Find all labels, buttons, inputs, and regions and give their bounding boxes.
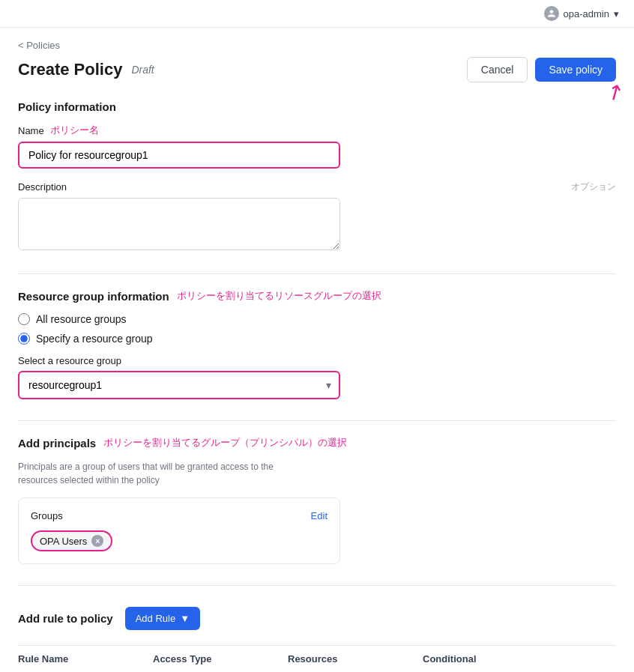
radio-specify-input[interactable]	[18, 333, 30, 345]
add-principals-title: Add principals ポリシーを割り当てるグループ（プリンシパル）の選択	[18, 436, 616, 449]
policy-info-section: Policy information Name ポリシー名 Descriptio…	[18, 100, 616, 252]
radio-specify-label: Specify a resource group	[36, 333, 153, 345]
add-rule-label: Add Rule	[136, 613, 175, 624]
divider-2	[18, 420, 616, 421]
save-policy-button[interactable]: Save policy	[535, 58, 616, 82]
add-rule-section: Add rule to policy Add Rule ▼ Rule Name …	[18, 601, 616, 672]
divider-3	[18, 585, 616, 586]
description-form-group: Description オプション	[18, 181, 616, 252]
resource-group-title: Resource group information ポリシーを割り当てるリソー…	[18, 289, 616, 303]
radio-all-label: All resource groups	[36, 313, 127, 325]
groups-edit-link[interactable]: Edit	[311, 510, 327, 521]
resource-group-section: Resource group information ポリシーを割り当てるリソー…	[18, 289, 616, 399]
groups-header: Groups Edit	[31, 510, 327, 521]
add-rule-dropdown-icon: ▼	[180, 613, 190, 624]
add-principals-section: Add principals ポリシーを割り当てるグループ（プリンシパル）の選択…	[18, 436, 616, 564]
groups-box: Groups Edit OPA Users ×	[18, 497, 340, 564]
user-avatar-icon	[544, 6, 559, 21]
page-title: Create Policy	[18, 60, 122, 79]
cancel-button[interactable]: Cancel	[467, 57, 528, 82]
name-form-group: Name ポリシー名	[18, 124, 616, 169]
tag-label: OPA Users	[40, 536, 87, 547]
user-name-label: opa-admin	[564, 8, 609, 19]
name-label: Name ポリシー名	[18, 124, 616, 137]
page-header: Create Policy Draft Cancel Save policy ↗	[18, 57, 616, 82]
tag-container: OPA Users ×	[31, 530, 327, 551]
col-rule-name: Rule Name	[18, 653, 153, 665]
name-annotation: ポリシー名	[50, 124, 99, 137]
resource-group-radio-group: All resource groups Specify a resource g…	[18, 313, 616, 345]
add-rule-header: Add rule to policy Add Rule ▼	[18, 607, 616, 630]
top-bar: opa-admin ▾	[0, 0, 634, 28]
tag-remove-button[interactable]: ×	[91, 535, 103, 547]
radio-all-input[interactable]	[18, 313, 30, 325]
add-rule-button[interactable]: Add Rule ▼	[125, 607, 200, 630]
select-resource-group-wrapper: resourcegroup1 resourcegroup2 resourcegr…	[18, 371, 340, 399]
draft-badge: Draft	[131, 64, 154, 76]
col-access-type: Access Type	[153, 653, 288, 665]
resource-group-annotation: ポリシーを割り当てるリソースグループの選択	[177, 289, 381, 303]
rules-table-header: Rule Name Access Type Resources Conditio…	[18, 645, 616, 672]
policy-info-title: Policy information	[18, 100, 616, 113]
divider-1	[18, 273, 616, 274]
col-resources: Resources	[288, 653, 423, 665]
principals-description: Principals are a group of users that wil…	[18, 460, 303, 487]
description-label: Description オプション	[18, 181, 616, 193]
description-optional: オプション	[571, 181, 616, 193]
radio-specify-resource-group[interactable]: Specify a resource group	[18, 333, 616, 345]
groups-title: Groups	[31, 510, 63, 521]
user-menu[interactable]: opa-admin ▾	[544, 6, 619, 21]
user-menu-chevron-icon: ▾	[614, 8, 619, 19]
principals-annotation: ポリシーを割り当てるグループ（プリンシパル）の選択	[103, 436, 347, 449]
col-conditional: Conditional	[423, 653, 616, 665]
add-rule-title: Add rule to policy	[18, 612, 113, 625]
policy-name-input[interactable]	[18, 142, 340, 169]
select-resource-group-group: Select a resource group resourcegroup1 r…	[18, 355, 616, 399]
radio-all-resource-groups[interactable]: All resource groups	[18, 313, 616, 325]
description-textarea[interactable]	[18, 198, 340, 250]
select-resource-group-label: Select a resource group	[18, 355, 616, 366]
opa-users-tag: OPA Users ×	[31, 530, 112, 551]
main-content: < Policies Create Policy Draft Cancel Sa…	[0, 28, 634, 672]
header-actions: Cancel Save policy ↗	[467, 57, 616, 82]
page-title-area: Create Policy Draft	[18, 60, 154, 79]
breadcrumb[interactable]: < Policies	[18, 40, 616, 51]
resource-group-select[interactable]: resourcegroup1 resourcegroup2 resourcegr…	[18, 371, 340, 399]
